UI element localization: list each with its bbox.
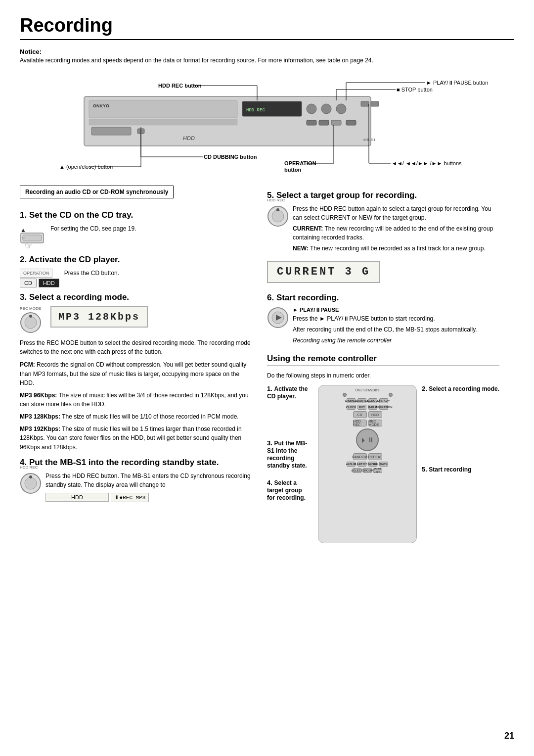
r-artist-btn[interactable]: ARTIST [357,462,366,467]
r-select-group-row: SELECT GROUP PLAY LIST [321,468,413,473]
remote-right-steps: 2. Select a recording mode. 5. Start rec… [422,385,499,543]
step4-text: Press the HDD REC button. The MB-S1 ente… [45,472,252,489]
step6-icon [267,307,289,330]
mp3-128-text: MP3 128Kbps: The size of music files wil… [20,412,252,422]
r-scroll-btn[interactable]: SCROLL [368,398,377,403]
remote-step2-num: 2. [422,385,427,392]
svg-rect-15 [371,101,379,106]
r-on-label: ON / STANDBY [321,388,413,392]
remote-diagram-wrap: ON / STANDBY DIMMER COUNTER SCROLL DISPL… [313,385,417,543]
r-rec-mode-btn[interactable]: REC MODE [368,420,382,426]
svg-point-51 [29,475,32,478]
r-indicators [321,393,413,397]
r-group3: ALBUM ARTIST GENRE DATE [321,462,413,467]
current-text: The new recording will be added to the e… [293,225,493,241]
r-playlist-btn[interactable]: PLAY LIST [373,468,382,473]
svg-text:☞: ☞ [25,241,33,250]
cd-button[interactable]: CD [20,279,37,287]
step4-row: HDD REC Press the HDD REC button. The MB… [20,472,252,502]
step5-heading: 5. Select a target group for recording. [267,190,499,200]
r-nav-circle[interactable]: ⏵⏸ [356,428,379,451]
current-display: CURRENT 3 G [267,261,380,283]
svg-text:HDD   REC: HDD REC [246,108,265,113]
svg-rect-14 [361,101,369,106]
r-album-btn[interactable]: ALBUM [347,462,356,467]
r-clock-btn[interactable]: CLOCK [347,405,356,410]
device-diagram-svg: ONKYO HDD HDD REC MB-S1 ► PLAY/⏸PAUSE bu… [20,72,514,181]
rec-mode-knob [20,312,42,333]
step4-icon: HDD REC [20,472,42,496]
r-hddrec-recmode-row: HDD REC REC MODE [321,420,413,426]
step5-new-text: NEW: The new recording will be recorded … [293,244,499,253]
r-random-btn[interactable]: RANDOM [353,453,367,460]
pcm-text: PCM: Records the signal on CD without co… [20,360,252,388]
r-select-btn[interactable]: SELECT [353,468,361,473]
play-pause-label: ► PLAY/⏸PAUSE [293,307,477,313]
svg-point-9 [336,104,346,114]
step4-heading: 4. Put the MB-S1 into the recording stan… [20,458,252,468]
remote-step5-item: 5. Start recording [422,466,499,473]
r-hdd-btn[interactable]: HDD [368,411,382,418]
page-number: 21 [504,731,514,741]
svg-text:▲ (open/close) button: ▲ (open/close) button [59,164,113,170]
hdd-rec-label-s5: HDD REC [267,198,285,202]
cd-hdd-buttons: CD HDD [20,279,59,287]
notice-section: Notice: Available recording modes and sp… [20,48,514,64]
using-remote-section: Using the remote controller Do the follo… [267,354,499,543]
svg-text:▲: ▲ [20,227,26,234]
svg-rect-17 [91,127,131,135]
svg-rect-11 [319,120,329,125]
step6-text1: Press the ► PLAY/⏸PAUSE button to start … [293,314,477,323]
r-repeat-btn[interactable]: REPEAT [368,453,382,460]
remote-step4-num: 4. [267,479,272,486]
step6-text3: Recording using the remote controller [293,336,477,345]
svg-text:► PLAY/⏸PAUSE button: ► PLAY/⏸PAUSE button [426,80,488,86]
rec-mode-label: REC MODE [20,306,42,311]
r-hdd-rec-btn[interactable]: HDD REC [353,420,367,426]
remote-step4-item: 4. Select a target group for recording. [267,479,308,501]
section-header-box: Recording an audio CD or CD-ROM synchron… [20,186,174,198]
remote-step5-label: Start recording [429,466,471,473]
svg-text:MB-S1: MB-S1 [363,138,376,142]
step6-text-wrap: ► PLAY/⏸PAUSE Press the ► PLAY/⏸PAUSE bu… [293,307,477,345]
r-genre-btn[interactable]: GENRE [368,462,377,467]
remote-diagram: ON / STANDBY DIMMER COUNTER SCROLL DISPL… [318,385,417,543]
remote-step2-item: 2. Select a recording mode. [422,385,499,392]
remote-step1-num: 1. [267,385,272,392]
step2-heading: 2. Activate the CD player. [20,255,252,265]
left-column: Recording an audio CD or CD-ROM synchron… [20,186,252,543]
svg-point-47 [25,317,37,329]
remote-step3-label: Put the MB-S1 into the recording standby… [267,440,307,469]
svg-point-54 [276,208,279,211]
svg-text:HDD: HDD [183,135,195,141]
svg-text:◄◄/ ◄◄/►► /►► buttons: ◄◄/ ◄◄/►► /►► buttons [392,160,462,166]
hdd-button[interactable]: HDD [39,279,59,287]
r-operation-btn[interactable]: OPERATION [379,405,388,410]
remote-steps-wrap: 1. Activate the CD player. 3. Put the MB… [267,385,499,543]
current-display-wrap: CURRENT 3 G [267,257,499,287]
svg-text:ONKYO: ONKYO [93,103,109,108]
r-date-btn[interactable]: DATE [379,462,388,467]
r-group2: CLOCK EXT INPUT OPERATION [321,405,413,410]
r-ext-btn[interactable]: EXT [357,405,366,410]
step4-display: ⏸●REC MP3 [111,493,149,502]
step1-icon: ☞ ▲ [20,224,45,250]
r-counter-btn[interactable]: COUNTER [357,398,366,403]
r-display-btn[interactable]: DISPLAY [379,398,388,403]
step1-heading: 1. Set the CD on the CD tray. [20,210,252,220]
r-group-btn[interactable]: GROUP [363,468,372,473]
remote-step1-label: Activate the CD player. [267,385,308,400]
current-bold: CURRENT: [293,225,323,232]
new-bold: NEW: [293,245,309,252]
r-cd-hdd-row: CD HDD [321,411,413,418]
remote-step1-item: 1. Activate the CD player. [267,385,308,400]
remote-step3-num: 3. [267,439,272,447]
svg-point-48 [29,315,32,318]
step2-text: Press the CD button. [64,269,119,278]
svg-rect-12 [331,120,341,125]
svg-rect-13 [346,120,356,125]
step3-heading: 3. Select a recording mode. [20,292,252,302]
r-cd-btn[interactable]: CD [353,411,367,418]
step3-icon: REC MODE [20,306,42,333]
r-random-repeat-row: RANDOM REPEAT [321,453,413,460]
